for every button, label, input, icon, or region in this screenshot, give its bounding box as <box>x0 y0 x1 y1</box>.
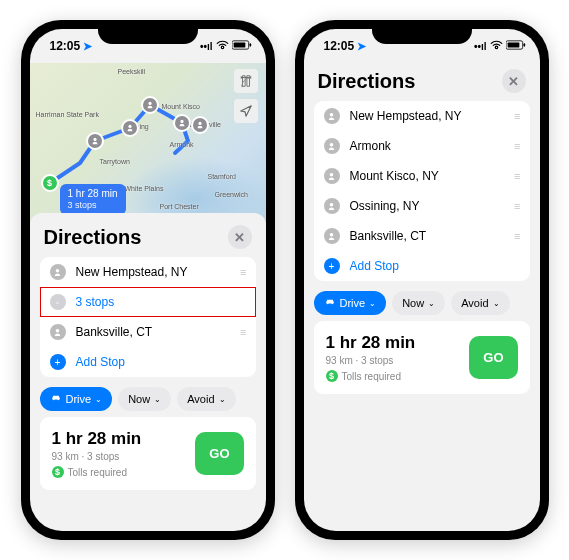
person-icon <box>324 138 340 154</box>
add-stop-button[interactable]: + Add Stop <box>314 251 530 281</box>
close-button[interactable]: ✕ <box>502 69 526 93</box>
now-label: Now <box>128 393 150 405</box>
clock-text: 12:05 <box>50 39 81 53</box>
mode-label: Drive <box>66 393 92 405</box>
drag-handle-icon[interactable]: ≡ <box>514 140 519 152</box>
car-icon <box>324 296 336 310</box>
avoid-label: Avoid <box>461 297 488 309</box>
notch <box>372 20 472 44</box>
stop-label: Mount Kisco, NY <box>350 169 439 183</box>
waypoint-icon: ◦ <box>50 294 66 310</box>
status-time: 12:05 ➤ <box>324 39 367 53</box>
svg-point-8 <box>241 85 243 87</box>
stop-row-collapsed-stops[interactable]: ◦ 3 stops <box>40 287 256 317</box>
drag-handle-icon[interactable]: ≡ <box>240 266 245 278</box>
route-summary-tag[interactable]: 1 hr 28 min 3 stops <box>60 184 126 215</box>
map-view[interactable]: Peekskill Harriman State Park Mount Kisc… <box>30 63 266 223</box>
drag-handle-icon[interactable]: ≡ <box>514 170 519 182</box>
tolls-icon: $ <box>52 466 64 478</box>
chevron-down-icon: ⌄ <box>428 299 435 308</box>
stop-row[interactable]: Mount Kisco, NY ≡ <box>314 161 530 191</box>
battery-icon <box>232 40 252 52</box>
add-stop-label: Add Stop <box>350 259 399 273</box>
tolls-label: Tolls required <box>342 371 401 382</box>
stop-label: New Hempstead, NY <box>350 109 462 123</box>
avoid-options-button[interactable]: Avoid ⌄ <box>177 387 235 411</box>
summary-tolls: $ Tolls required <box>326 370 416 382</box>
wifi-icon <box>216 40 229 52</box>
stops-list: New Hempstead, NY ≡ ◦ 3 stops Banksville… <box>40 257 256 377</box>
tolls-label: Tolls required <box>68 467 127 478</box>
drag-handle-icon[interactable]: ≡ <box>240 326 245 338</box>
map-label: Armonk <box>170 141 194 148</box>
person-icon <box>324 108 340 124</box>
stop-row[interactable]: New Hempstead, NY ≡ <box>314 101 530 131</box>
svg-point-16 <box>330 172 334 176</box>
depart-time-button[interactable]: Now ⌄ <box>392 291 445 315</box>
svg-rect-1 <box>233 43 245 48</box>
avoid-options-button[interactable]: Avoid ⌄ <box>451 291 509 315</box>
sheet-title: Directions <box>44 226 142 249</box>
stop-row[interactable]: Armonk ≡ <box>314 131 530 161</box>
svg-point-15 <box>330 142 334 146</box>
stop-row-origin[interactable]: New Hempstead, NY ≡ <box>40 257 256 287</box>
route-waypoint-pin[interactable] <box>141 96 159 114</box>
location-services-icon: ➤ <box>83 40 92 53</box>
stop-label: Armonk <box>350 139 391 153</box>
svg-point-17 <box>330 202 334 206</box>
svg-rect-13 <box>523 43 525 46</box>
screen: 12:05 ➤ ••ıl Directions ✕ <box>304 29 540 531</box>
cellular-icon: ••ıl <box>474 41 487 52</box>
wifi-icon <box>490 40 503 52</box>
svg-point-14 <box>330 112 334 116</box>
route-summary-card: 1 hr 28 min 93 km · 3 stops $ Tolls requ… <box>314 321 530 394</box>
sheet-title: Directions <box>318 70 416 93</box>
svg-point-18 <box>330 232 334 236</box>
stop-label: Banksville, CT <box>350 229 427 243</box>
route-waypoint-pin[interactable] <box>191 116 209 134</box>
summary-distance: 93 km · 3 stops <box>326 355 416 366</box>
stop-row[interactable]: Banksville, CT ≡ <box>314 221 530 251</box>
route-options: Drive ⌄ Now ⌄ Avoid ⌄ <box>314 281 530 321</box>
transport-mode-button[interactable]: Drive ⌄ <box>40 387 113 411</box>
svg-point-7 <box>180 120 183 123</box>
clock-text: 12:05 <box>324 39 355 53</box>
stop-row-destination[interactable]: Banksville, CT ≡ <box>40 317 256 347</box>
go-button[interactable]: GO <box>195 432 243 475</box>
tolls-icon: $ <box>326 370 338 382</box>
svg-point-9 <box>56 268 60 272</box>
svg-rect-2 <box>249 43 251 46</box>
depart-time-button[interactable]: Now ⌄ <box>118 387 171 411</box>
map-label: White Plains <box>125 185 164 192</box>
locate-me-button[interactable] <box>234 99 258 123</box>
chevron-down-icon: ⌄ <box>95 395 102 404</box>
svg-point-4 <box>128 125 131 128</box>
route-options: Drive ⌄ Now ⌄ Avoid ⌄ <box>40 377 256 417</box>
add-stop-button[interactable]: + Add Stop <box>40 347 256 377</box>
chevron-down-icon: ⌄ <box>154 395 161 404</box>
mode-label: Drive <box>340 297 366 309</box>
stop-row[interactable]: Ossining, NY ≡ <box>314 191 530 221</box>
route-waypoint-pin[interactable] <box>121 119 139 137</box>
route-start-pin[interactable] <box>41 174 59 192</box>
map-label: Port Chester <box>160 203 199 210</box>
person-icon <box>324 168 340 184</box>
status-time: 12:05 ➤ <box>50 39 93 53</box>
map-label: Harriman State Park <box>36 111 99 118</box>
drag-handle-icon[interactable]: ≡ <box>514 200 519 212</box>
route-waypoint-pin[interactable] <box>173 114 191 132</box>
phone-left: 12:05 ➤ ••ıl Peekskill Harriman State Pa… <box>21 20 275 540</box>
cellular-icon: ••ıl <box>200 41 213 52</box>
route-summary-card: 1 hr 28 min 93 km · 3 stops $ Tolls requ… <box>40 417 256 490</box>
drag-handle-icon[interactable]: ≡ <box>514 230 519 242</box>
route-waypoint-pin[interactable] <box>86 132 104 150</box>
map-label: Mount Kisco <box>162 103 201 110</box>
svg-point-6 <box>198 122 201 125</box>
route-tag-stops: 3 stops <box>68 200 118 211</box>
person-icon <box>324 228 340 244</box>
map-mode-button[interactable] <box>234 69 258 93</box>
transport-mode-button[interactable]: Drive ⌄ <box>314 291 387 315</box>
close-button[interactable]: ✕ <box>228 225 252 249</box>
drag-handle-icon[interactable]: ≡ <box>514 110 519 122</box>
go-button[interactable]: GO <box>469 336 517 379</box>
